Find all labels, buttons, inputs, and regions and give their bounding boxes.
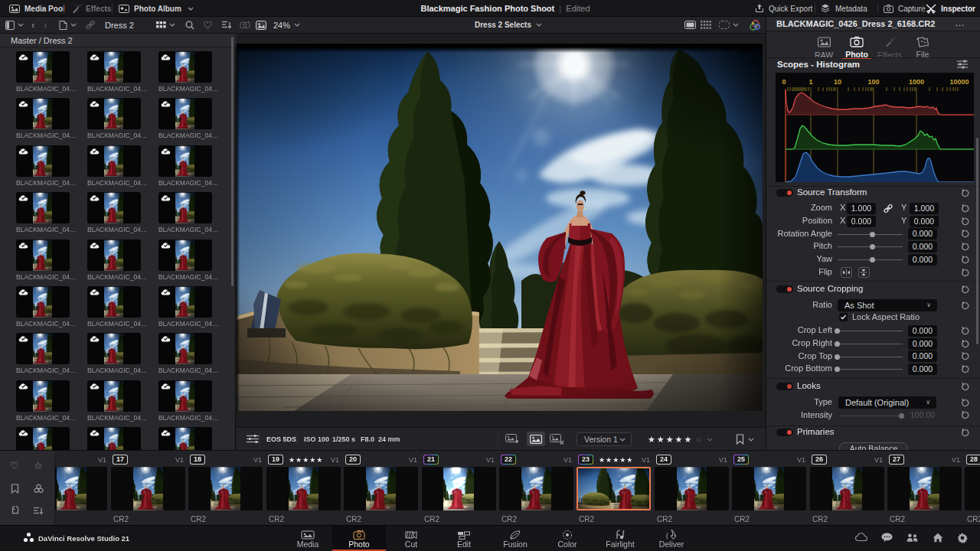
svg-text:10000: 10000 xyxy=(949,78,969,86)
svg-text:1: 1 xyxy=(808,78,812,86)
svg-text:100: 100 xyxy=(867,78,879,86)
svg-text:1000: 1000 xyxy=(909,78,924,86)
svg-text:10: 10 xyxy=(834,78,841,86)
svg-text:0: 0 xyxy=(782,78,786,86)
